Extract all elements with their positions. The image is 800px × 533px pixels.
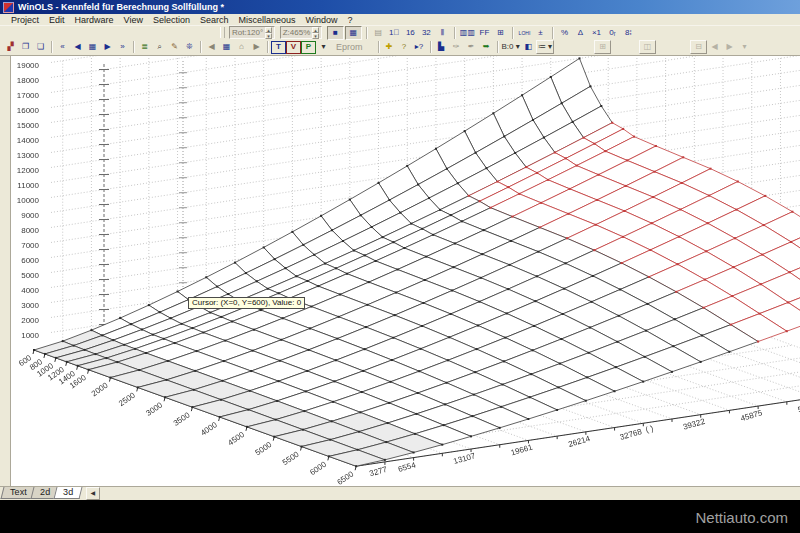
tab-3d[interactable]: 3d [53,487,82,499]
view-3d-button[interactable]: P [301,41,316,54]
version-overview-button[interactable]: ▦ [219,41,234,53]
close-view-button[interactable]: ⊟ [690,40,707,54]
search-maps-button[interactable]: ⌕ [152,41,167,53]
menu-window[interactable]: Window [301,15,343,25]
tab-label: Text [10,487,27,498]
tab-scroll-left-button[interactable]: ◀ [86,487,101,500]
width-1-column-button[interactable]: 1⃒ [387,27,402,39]
menu-hardware[interactable]: Hardware [70,15,119,25]
split-window-button[interactable]: ⊞ [594,40,611,54]
menu-search[interactable]: Search [195,15,234,25]
add-signature-button[interactable]: ✚ [382,41,397,53]
menu-view[interactable]: View [119,15,148,25]
8bit-view-button[interactable]: 8⁞ [621,27,636,39]
spin-down-icon[interactable]: ▾ [265,33,272,39]
view-mode-dropdown-arrow[interactable]: ▾ [316,41,331,53]
open-version-button[interactable]: ⌂ [234,41,249,53]
history-forward-button[interactable]: ▶ [722,41,737,53]
toolbar-grip[interactable] [220,27,225,38]
hexdump-view-button[interactable]: ≣ [137,41,152,53]
main-toolbar: ▞❐❏«◀▦▶»≣⌕✎❊◀▦⌂▶TVP▾Eprom✚?▸?▙✑✒➥B:0 ▾◧≔… [0,39,800,56]
map-3d-pane: Cursor: (X=0, Y=600), Value: 0 [10,55,800,487]
rotation-spin-buttons[interactable]: ▴▾ [265,27,272,39]
context-help-button[interactable]: ▸? [412,41,427,53]
menu-project[interactable]: Project [6,15,44,25]
spin-down-icon[interactable]: ▾ [312,33,319,39]
next-version-button[interactable]: ▶ [249,41,264,53]
menu-selection[interactable]: Selection [148,15,195,25]
menu-edit[interactable]: Edit [44,15,70,25]
potentiometer-button[interactable]: ✎ [167,41,182,53]
statistics-button[interactable]: ▙ [434,41,449,53]
width-auto-columns-button[interactable]: ⫴ [435,27,450,39]
menu-bar: ProjectEditHardwareViewSelectionSearchMi… [0,14,800,26]
tab-label: 3d [63,487,73,498]
menu--[interactable]: ? [343,15,358,25]
winols-window: WinOLS - Kennfeld für Berechnung Sollfül… [0,0,800,533]
view-grid-button[interactable]: ⊞ [493,27,508,39]
view-2-columns-button[interactable]: ▥▥ [459,27,476,39]
toolbar-separator [378,41,379,53]
nav-last-map-button[interactable]: » [115,41,130,53]
toolbar-separator [51,41,52,53]
toolbar-separator [267,41,268,53]
sign-toggle-button[interactable]: ± [533,27,548,39]
toolbar-separator [552,27,553,39]
nav-next-map-button[interactable]: ▶ [100,41,115,53]
toolbar-separator [512,27,513,39]
display-mode-dropdown[interactable]: ≔ ▾ [536,40,554,54]
width-16-columns-button[interactable]: 16 [403,27,418,39]
tab-label: 2d [40,487,50,498]
offset-dropdown[interactable]: B:0 ▾ [501,41,521,53]
eprom-combobox[interactable]: Eprom [331,42,375,52]
checksum-button[interactable]: ❊ [182,41,197,53]
difference-view-button[interactable]: Δ [573,27,588,39]
width-32-columns-button[interactable]: 32 [419,27,434,39]
view-hex-button[interactable]: FF [477,27,492,39]
prev-version-button[interactable]: ◀ [204,41,219,53]
rotation-value: Rot:120° [232,28,263,37]
toolbar-separator [497,41,498,53]
percent-view-button[interactable]: % [557,27,572,39]
edit-map-button[interactable]: ✑ [449,41,464,53]
zoom-spin-buttons[interactable]: ▴▾ [312,27,319,39]
view-buttons-group: ■▦▤1⃒1632⫴▥▥FF⊞LOHI±%Δ×10ᵣ8⁞ [327,26,636,40]
value-table-button[interactable]: ▤ [371,27,386,39]
history-dropdown-arrow[interactable]: ▾ [737,41,752,53]
zoom-spinner[interactable]: Z:465% ▴▾ [280,26,322,39]
new-window-button[interactable]: ❐ [18,41,33,53]
view-toolbar: Rot:120° ▴▾ Z:465% ▴▾ ■▦▤1⃒1632⫴▥▥FF⊞LOH… [0,26,800,39]
original-values-button[interactable]: 0ᵣ [605,27,620,39]
view-tab-bar: Text2d3d◀ [0,486,800,500]
title-bar[interactable]: WinOLS - Kennfeld für Berechnung Sollfül… [0,0,800,14]
toolbar-separator [200,41,201,53]
help-bulb-button[interactable]: ? [397,41,412,53]
toolbar-separator [454,27,455,39]
map-list-button[interactable]: ▦ [85,41,100,53]
toolbar-separator [366,27,367,39]
rotation-spinner[interactable]: Rot:120° ▴▾ [229,26,275,39]
zoom-value: Z:465% [283,28,311,37]
map-3d-view[interactable] [11,56,800,488]
view-3d-solid-button[interactable]: ■ [327,26,344,40]
byte-order-lohi-button[interactable]: LOHI [517,27,532,39]
view-2d-button[interactable]: V [286,41,301,54]
project-properties-button[interactable]: ▞ [3,41,18,53]
toolbar-separator [133,41,134,53]
watermark-text: Nettiauto.com [695,509,788,526]
view-3d-wireframe-button[interactable]: ▦ [345,26,362,40]
app-icon [3,2,14,13]
nav-prev-map-button[interactable]: ◀ [70,41,85,53]
letterbox-bar: Nettiauto.com [0,500,800,533]
cascade-windows-button[interactable]: ❏ [33,41,48,53]
view-text-button[interactable]: T [271,41,286,54]
tile-window-button[interactable]: ◫ [639,40,656,54]
history-back-button[interactable]: ◀ [707,41,722,53]
compare-colors-button[interactable]: ◧ [521,41,536,53]
factor-x1-button[interactable]: ×1 [589,27,604,39]
nav-first-map-button[interactable]: « [55,41,70,53]
copy-map-button[interactable]: ✒ [464,41,479,53]
import-button[interactable]: ➥ [479,41,494,53]
menu-miscellaneous[interactable]: Miscellaneous [233,15,300,25]
toolbar-separator [430,41,431,53]
